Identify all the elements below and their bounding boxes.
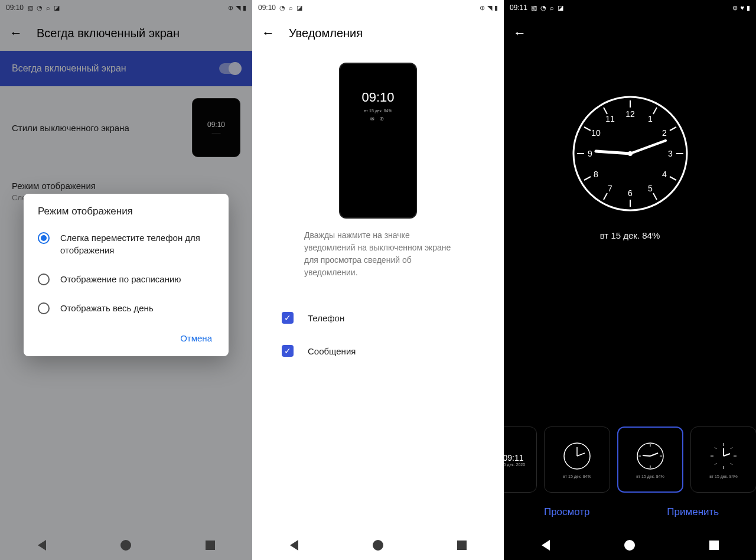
status-time: 09:10 — [258, 4, 276, 12]
battery-icon: ▮ — [747, 4, 750, 12]
svg-text:6: 6 — [628, 188, 633, 198]
app-bar: ← — [504, 15, 756, 51]
svg-line-9 — [604, 193, 607, 200]
radio-option-schedule[interactable]: Отображение по расписанию — [24, 265, 229, 294]
svg-text:4: 4 — [662, 170, 667, 179]
svg-text:9: 9 — [588, 149, 592, 158]
nav-back[interactable] — [285, 536, 304, 555]
svg-line-7 — [670, 177, 676, 180]
svg-line-47 — [724, 454, 730, 456]
hint-text: Дважды нажмите на значке уведомлений на … — [275, 219, 481, 295]
app-bar: ← Уведомления — [252, 15, 504, 51]
svg-line-25 — [596, 151, 630, 154]
nav-home[interactable] — [620, 536, 639, 555]
svg-line-6 — [670, 127, 676, 131]
nav-back[interactable] — [536, 536, 555, 555]
android-icon: ⊕ — [732, 4, 738, 12]
app-icon: ▧ — [531, 4, 537, 12]
apply-button[interactable]: Применить — [630, 497, 757, 527]
svg-line-45 — [731, 447, 732, 449]
style-thumb-analog-2[interactable]: вт 15 дек. 84% — [617, 426, 683, 493]
status-bar: 09:11 ▧ ◔ ⌕ ◪ ⊕ ♥ ▮ — [504, 0, 756, 15]
phone-preview: 09:10 вт 15 дек. 84% ✉ ✆ — [339, 63, 417, 219]
svg-line-43 — [731, 463, 732, 465]
nav-back[interactable] — [32, 536, 51, 555]
svg-text:12: 12 — [625, 109, 635, 119]
notif-icon: ◔ — [540, 4, 546, 12]
dialog-title: Режим отображения — [24, 206, 229, 223]
clock-date: вт 15 дек. 84% — [600, 230, 660, 240]
radio-icon — [38, 274, 50, 285]
svg-line-8 — [653, 193, 657, 200]
nav-bar — [504, 530, 756, 560]
style-thumb-analog-1[interactable]: вт 15 дек. 84% — [544, 426, 610, 493]
radio-option-allday[interactable]: Отображать весь день — [24, 294, 229, 323]
svg-line-44 — [715, 463, 716, 465]
radio-icon — [38, 302, 50, 314]
svg-line-30 — [577, 453, 585, 456]
svg-line-11 — [584, 127, 591, 131]
svg-text:10: 10 — [591, 128, 601, 138]
svg-line-5 — [653, 108, 657, 114]
style-strip[interactable]: 09:11 15 дек. 2020 вт 15 дек. 84% вт 15 … — [504, 422, 756, 497]
back-button[interactable]: ← — [262, 25, 275, 41]
svg-line-42 — [715, 447, 716, 449]
notif-icon: ◔ — [279, 4, 285, 12]
radio-icon — [38, 232, 50, 244]
svg-line-36 — [643, 455, 650, 456]
svg-line-37 — [650, 453, 658, 456]
preview-button[interactable]: Просмотр — [504, 497, 630, 527]
preview-area: 12 1 2 3 4 5 6 7 8 9 10 11 вт 15 дек. 84… — [504, 51, 756, 240]
check-label: Телефон — [308, 313, 344, 323]
svg-text:7: 7 — [608, 184, 612, 193]
app-icon: ◪ — [558, 4, 563, 12]
wifi-icon: ◥ — [487, 4, 492, 12]
status-bar: 09:10 ◔ ⌕ ◪ ⊕ ◥ ▮ — [252, 0, 504, 15]
svg-line-12 — [604, 108, 607, 114]
checkbox-icon: ✓ — [282, 312, 294, 324]
check-row-messages[interactable]: ✓ Сообщения — [252, 334, 504, 367]
svg-text:11: 11 — [605, 114, 615, 123]
analog-clock-icon: 12 1 2 3 4 5 6 7 8 9 10 11 — [571, 95, 689, 213]
svg-text:2: 2 — [662, 128, 667, 138]
svg-text:5: 5 — [648, 184, 653, 193]
preview-area: 09:10 вт 15 дек. 84% ✉ ✆ Дважды нажмите … — [252, 51, 504, 301]
action-buttons: Просмотр Применить — [504, 497, 756, 527]
battery-icon: ▮ — [494, 4, 498, 12]
check-label: Сообщения — [308, 346, 356, 356]
status-time: 09:11 — [510, 4, 527, 12]
app-icon: ◪ — [296, 4, 302, 12]
svg-text:1: 1 — [648, 114, 653, 123]
nav-home[interactable] — [369, 536, 387, 555]
display-mode-dialog: Режим отображения Слегка переместите тел… — [24, 194, 229, 356]
style-thumb-analog-3[interactable]: вт 15 дек. 84% — [690, 426, 756, 493]
svg-line-26 — [630, 141, 666, 154]
svg-point-27 — [628, 151, 633, 156]
nav-bar — [252, 530, 504, 560]
cancel-button[interactable]: Отмена — [173, 328, 219, 348]
svg-text:3: 3 — [668, 149, 673, 158]
search-icon: ⌕ — [289, 4, 293, 11]
radio-option-move[interactable]: Слегка переместите телефон для отображен… — [24, 223, 229, 265]
style-thumb-digital[interactable]: 09:11 15 дек. 2020 — [504, 426, 537, 493]
wifi-icon: ♥ — [740, 4, 744, 11]
notif-icons: ✉ ✆ — [370, 116, 385, 122]
svg-text:8: 8 — [594, 170, 598, 179]
nav-home[interactable] — [116, 536, 135, 555]
page-title: Уведомления — [289, 27, 363, 40]
android-icon: ⊕ — [480, 4, 485, 12]
search-icon: ⌕ — [550, 4, 554, 11]
nav-bar — [0, 530, 252, 560]
nav-recent[interactable] — [201, 536, 220, 555]
checkbox-icon: ✓ — [282, 345, 294, 357]
back-button[interactable]: ← — [513, 25, 526, 41]
check-row-phone[interactable]: ✓ Телефон — [252, 301, 504, 334]
nav-recent[interactable] — [705, 536, 724, 555]
nav-recent[interactable] — [452, 536, 471, 555]
svg-line-10 — [584, 177, 591, 180]
